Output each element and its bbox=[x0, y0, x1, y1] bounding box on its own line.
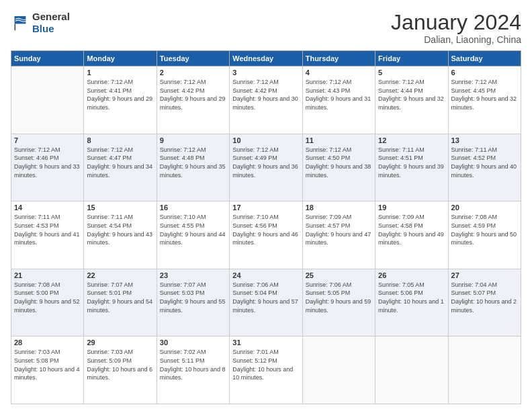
table-row: 6Sunrise: 7:12 AMSunset: 4:45 PMDaylight… bbox=[448, 66, 521, 134]
day-number: 22 bbox=[87, 271, 153, 279]
col-thursday: Thursday bbox=[302, 51, 375, 66]
day-number: 29 bbox=[87, 338, 153, 347]
header: General Blue January 2024 Dalian, Liaoni… bbox=[11, 11, 521, 45]
table-row: 23Sunrise: 7:07 AMSunset: 5:03 PMDayligh… bbox=[157, 269, 229, 336]
day-number: 8 bbox=[87, 136, 153, 144]
table-row: 30Sunrise: 7:02 AMSunset: 5:11 PMDayligh… bbox=[157, 336, 229, 404]
day-number: 1 bbox=[87, 68, 153, 77]
calendar-week-row: 1Sunrise: 7:12 AMSunset: 4:41 PMDaylight… bbox=[11, 66, 521, 134]
day-number: 2 bbox=[160, 68, 226, 77]
day-info: Sunrise: 7:12 AMSunset: 4:48 PMDaylight:… bbox=[160, 146, 226, 179]
table-row: 13Sunrise: 7:11 AMSunset: 4:52 PMDayligh… bbox=[448, 134, 521, 201]
table-row: 28Sunrise: 7:03 AMSunset: 5:08 PMDayligh… bbox=[11, 336, 84, 404]
table-row: 9Sunrise: 7:12 AMSunset: 4:48 PMDaylight… bbox=[157, 134, 229, 201]
day-info: Sunrise: 7:11 AMSunset: 4:54 PMDaylight:… bbox=[87, 213, 153, 246]
table-row: 10Sunrise: 7:12 AMSunset: 4:49 PMDayligh… bbox=[230, 134, 302, 201]
calendar-week-row: 21Sunrise: 7:08 AMSunset: 5:00 PMDayligh… bbox=[11, 269, 521, 336]
table-row: 29Sunrise: 7:03 AMSunset: 5:09 PMDayligh… bbox=[84, 336, 157, 404]
day-info: Sunrise: 7:08 AMSunset: 4:59 PMDaylight:… bbox=[451, 213, 518, 246]
day-info: Sunrise: 7:03 AMSunset: 5:09 PMDaylight:… bbox=[87, 348, 153, 381]
table-row: 22Sunrise: 7:07 AMSunset: 5:01 PMDayligh… bbox=[84, 269, 157, 336]
month-title: January 2024 bbox=[391, 11, 521, 34]
table-row: 24Sunrise: 7:06 AMSunset: 5:04 PMDayligh… bbox=[230, 269, 302, 336]
logo-blue: Blue bbox=[32, 23, 54, 34]
day-number: 16 bbox=[160, 203, 226, 212]
day-number: 24 bbox=[232, 271, 299, 279]
table-row: 14Sunrise: 7:11 AMSunset: 4:53 PMDayligh… bbox=[11, 201, 84, 269]
day-info: Sunrise: 7:06 AMSunset: 5:04 PMDaylight:… bbox=[232, 281, 299, 314]
logo: General Blue bbox=[11, 11, 70, 35]
table-row: 8Sunrise: 7:12 AMSunset: 4:47 PMDaylight… bbox=[84, 134, 157, 201]
day-info: Sunrise: 7:03 AMSunset: 5:08 PMDaylight:… bbox=[14, 348, 81, 381]
day-info: Sunrise: 7:11 AMSunset: 4:51 PMDaylight:… bbox=[378, 146, 445, 179]
day-info: Sunrise: 7:02 AMSunset: 5:11 PMDaylight:… bbox=[160, 348, 226, 381]
day-info: Sunrise: 7:10 AMSunset: 4:55 PMDaylight:… bbox=[160, 213, 226, 246]
calendar-week-row: 14Sunrise: 7:11 AMSunset: 4:53 PMDayligh… bbox=[11, 201, 521, 269]
day-info: Sunrise: 7:11 AMSunset: 4:52 PMDaylight:… bbox=[451, 146, 518, 179]
table-row: 31Sunrise: 7:01 AMSunset: 5:12 PMDayligh… bbox=[230, 336, 302, 404]
day-number: 21 bbox=[14, 271, 81, 279]
day-info: Sunrise: 7:12 AMSunset: 4:42 PMDaylight:… bbox=[160, 78, 226, 111]
day-info: Sunrise: 7:12 AMSunset: 4:43 PMDaylight:… bbox=[306, 78, 372, 111]
day-info: Sunrise: 7:12 AMSunset: 4:44 PMDaylight:… bbox=[378, 78, 445, 111]
table-row: 27Sunrise: 7:04 AMSunset: 5:07 PMDayligh… bbox=[448, 269, 521, 336]
table-row: 26Sunrise: 7:05 AMSunset: 5:06 PMDayligh… bbox=[375, 269, 448, 336]
col-tuesday: Tuesday bbox=[157, 51, 229, 66]
table-row: 20Sunrise: 7:08 AMSunset: 4:59 PMDayligh… bbox=[448, 201, 521, 269]
day-info: Sunrise: 7:01 AMSunset: 5:12 PMDaylight:… bbox=[232, 348, 299, 381]
day-number: 23 bbox=[160, 271, 226, 279]
day-number: 6 bbox=[451, 68, 518, 77]
logo-text: General Blue bbox=[32, 11, 70, 35]
col-friday: Friday bbox=[375, 51, 448, 66]
title-block: January 2024 Dalian, Liaoning, China bbox=[391, 11, 521, 45]
table-row bbox=[11, 66, 84, 134]
table-row: 1Sunrise: 7:12 AMSunset: 4:41 PMDaylight… bbox=[84, 66, 157, 134]
table-row: 17Sunrise: 7:10 AMSunset: 4:56 PMDayligh… bbox=[230, 201, 302, 269]
day-number: 18 bbox=[306, 203, 372, 212]
page: General Blue January 2024 Dalian, Liaoni… bbox=[0, 0, 532, 411]
day-info: Sunrise: 7:12 AMSunset: 4:45 PMDaylight:… bbox=[451, 78, 518, 111]
day-number: 7 bbox=[14, 136, 81, 144]
day-number: 31 bbox=[232, 338, 299, 347]
day-number: 27 bbox=[451, 271, 518, 279]
day-number: 3 bbox=[232, 68, 299, 77]
day-number: 30 bbox=[160, 338, 226, 347]
svg-rect-3 bbox=[15, 24, 15, 30]
day-number: 10 bbox=[232, 136, 299, 144]
day-number: 20 bbox=[451, 203, 518, 212]
calendar-table: Sunday Monday Tuesday Wednesday Thursday… bbox=[11, 50, 521, 404]
calendar-week-row: 28Sunrise: 7:03 AMSunset: 5:08 PMDayligh… bbox=[11, 336, 521, 404]
table-row: 7Sunrise: 7:12 AMSunset: 4:46 PMDaylight… bbox=[11, 134, 84, 201]
col-monday: Monday bbox=[84, 51, 157, 66]
table-row: 21Sunrise: 7:08 AMSunset: 5:00 PMDayligh… bbox=[11, 269, 84, 336]
day-info: Sunrise: 7:12 AMSunset: 4:49 PMDaylight:… bbox=[232, 146, 299, 179]
day-number: 12 bbox=[378, 136, 445, 144]
day-info: Sunrise: 7:07 AMSunset: 5:03 PMDaylight:… bbox=[160, 281, 226, 314]
day-number: 14 bbox=[14, 203, 81, 212]
table-row bbox=[302, 336, 375, 404]
day-info: Sunrise: 7:12 AMSunset: 4:50 PMDaylight:… bbox=[306, 146, 372, 179]
day-info: Sunrise: 7:09 AMSunset: 4:57 PMDaylight:… bbox=[306, 213, 372, 246]
table-row: 12Sunrise: 7:11 AMSunset: 4:51 PMDayligh… bbox=[375, 134, 448, 201]
calendar-week-row: 7Sunrise: 7:12 AMSunset: 4:46 PMDaylight… bbox=[11, 134, 521, 201]
day-info: Sunrise: 7:12 AMSunset: 4:42 PMDaylight:… bbox=[232, 78, 299, 111]
table-row: 15Sunrise: 7:11 AMSunset: 4:54 PMDayligh… bbox=[84, 201, 157, 269]
col-wednesday: Wednesday bbox=[230, 51, 302, 66]
day-info: Sunrise: 7:10 AMSunset: 4:56 PMDaylight:… bbox=[232, 213, 299, 246]
day-number: 13 bbox=[451, 136, 518, 144]
table-row: 3Sunrise: 7:12 AMSunset: 4:42 PMDaylight… bbox=[230, 66, 302, 134]
day-info: Sunrise: 7:09 AMSunset: 4:58 PMDaylight:… bbox=[378, 213, 445, 246]
day-number: 9 bbox=[160, 136, 226, 144]
day-number: 5 bbox=[378, 68, 445, 77]
day-info: Sunrise: 7:05 AMSunset: 5:06 PMDaylight:… bbox=[378, 281, 445, 314]
table-row: 2Sunrise: 7:12 AMSunset: 4:42 PMDaylight… bbox=[157, 66, 229, 134]
day-number: 28 bbox=[14, 338, 81, 347]
col-saturday: Saturday bbox=[448, 51, 521, 66]
table-row: 19Sunrise: 7:09 AMSunset: 4:58 PMDayligh… bbox=[375, 201, 448, 269]
day-info: Sunrise: 7:06 AMSunset: 5:05 PMDaylight:… bbox=[306, 281, 372, 314]
table-row: 16Sunrise: 7:10 AMSunset: 4:55 PMDayligh… bbox=[157, 201, 229, 269]
col-sunday: Sunday bbox=[11, 51, 84, 66]
day-number: 15 bbox=[87, 203, 153, 212]
logo-general: General bbox=[32, 11, 70, 22]
day-number: 26 bbox=[378, 271, 445, 279]
